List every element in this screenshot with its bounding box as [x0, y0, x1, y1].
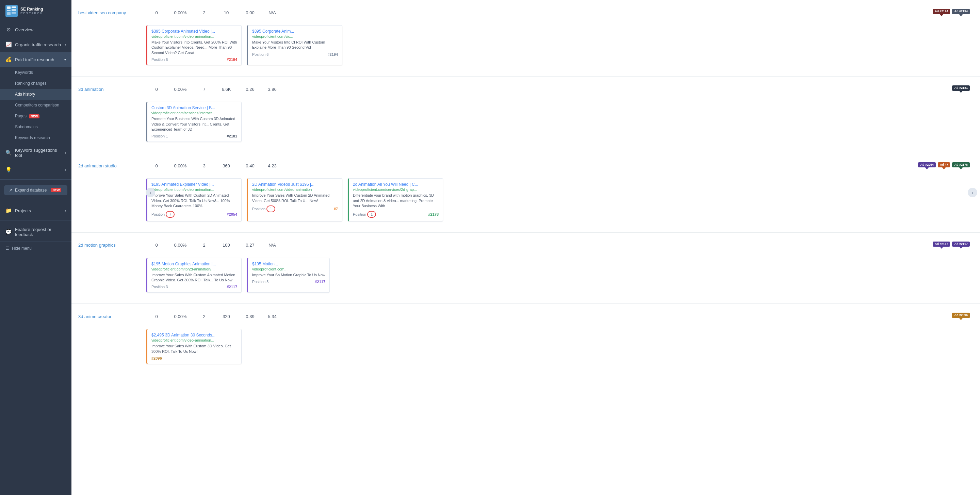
ad-badge[interactable]: Ad #2181	[952, 85, 970, 93]
col-ads: 7	[194, 87, 215, 92]
col-ctr: 0.00%	[167, 10, 194, 15]
sidebar-item-projects[interactable]: 📁 Projects ›	[0, 203, 72, 218]
ad-card-footer: Position 1#2181	[151, 134, 237, 138]
col-sv: 100	[215, 243, 238, 248]
sidebar-item-kw-suggestions[interactable]: 💡 ›	[0, 162, 72, 177]
ad-card-id: #7	[334, 207, 338, 211]
col-volume: 0	[146, 10, 167, 15]
ad-badge-arrow-icon	[959, 14, 963, 16]
col-sv: 320	[215, 314, 238, 319]
ad-card-title[interactable]: 2d Animation All You Will Need | C...	[353, 182, 439, 187]
ad-badges-area: Ad #2181	[282, 85, 973, 93]
sidebar: SE Ranking RESEARCH ⊙ Overview 📈 Organic…	[0, 0, 72, 495]
ad-badge[interactable]: Ad #2178	[952, 162, 970, 170]
chevron-right-icon: ›	[65, 168, 66, 172]
col-cpc: 0.00	[238, 10, 262, 15]
svg-rect-2	[7, 12, 11, 15]
ad-card-desc: Promote Your Business With Custom 3D Ani…	[151, 116, 237, 132]
projects-icon: 📁	[5, 207, 11, 214]
table-row: best video seo company00.00%2100.00N/AAd…	[72, 0, 980, 76]
ad-card: $2,495 3D Animation 30 Seconds...videopr…	[146, 329, 242, 364]
ad-badge-label: Ad #2194	[933, 9, 950, 14]
ad-card-url: videoproficient.com/video-animation...	[151, 188, 237, 191]
ad-card-title[interactable]: Custom 3D Animation Service | B...	[151, 105, 237, 110]
ad-badge-arrow-icon	[925, 167, 929, 169]
sidebar-sub-label: Pages	[15, 114, 27, 118]
svg-rect-0	[7, 6, 11, 9]
ad-badge-arrow-icon	[959, 318, 963, 320]
sidebar-item-feature-request[interactable]: 💬 Feature request or feedback	[0, 223, 72, 242]
ad-card-title[interactable]: $2,495 3D Animation 30 Seconds...	[151, 333, 237, 337]
ad-card-title[interactable]: 2D Animation Videos Just $195 |...	[252, 182, 338, 187]
sidebar-sub-label: Keywords research	[15, 135, 50, 140]
ad-badge[interactable]: Ad #7	[938, 162, 950, 170]
keywords-icon: 🔍	[5, 150, 11, 156]
sidebar-sub-label: Competitors comparison	[15, 103, 59, 108]
keyword-name[interactable]: 2d animation studio	[78, 163, 146, 169]
sidebar-sub-label: Keywords	[15, 70, 33, 75]
ad-card-title[interactable]: $195 Animated Explainer Video |...	[151, 182, 237, 187]
expand-label: Expand database	[15, 188, 47, 193]
nav-left-arrow[interactable]: ‹	[146, 188, 155, 197]
col-cpc: 0.27	[238, 243, 262, 248]
hide-menu-button[interactable]: ☰ Hide menu	[0, 242, 72, 255]
ad-card-position: Position 7	[151, 211, 175, 218]
ad-card-footer: Position 6#2194	[252, 53, 338, 56]
ad-card-title[interactable]: $195 Motion Graphics Animation |...	[151, 262, 237, 266]
ad-card-footer: Position 7#2054	[151, 211, 237, 218]
main-content: best video seo company00.00%2100.00N/AAd…	[72, 0, 980, 495]
sidebar-item-keywords-research[interactable]: 🔍 Keyword suggestions tool ›	[0, 143, 72, 162]
ad-card: $195 Motion...videoproficient.com...Impr…	[247, 258, 330, 293]
sidebar-sub-keywords[interactable]: Keywords	[0, 67, 72, 78]
ad-card-footer: #2096	[151, 356, 237, 360]
divider	[0, 179, 72, 180]
ad-card-id: #2054	[227, 212, 237, 216]
expand-database-button[interactable]: ↗ Expand database NEW	[4, 185, 67, 195]
ad-badge[interactable]: Ad #2117	[952, 242, 970, 249]
expand-icon: ↗	[9, 188, 12, 193]
sidebar-sub-pages[interactable]: Subdomains	[0, 121, 72, 132]
keyword-name[interactable]: best video seo company	[78, 10, 146, 15]
sidebar-sub-ads-history[interactable]: Ads history	[0, 89, 72, 100]
col-sv: 10	[215, 10, 238, 15]
keyword-name[interactable]: 3d animation	[78, 87, 146, 92]
logo-name: SE Ranking	[21, 7, 43, 11]
col-sv: 6.6K	[215, 87, 238, 92]
nav-right-arrow[interactable]: ›	[968, 188, 977, 197]
ad-badge[interactable]: Ad #2194	[952, 9, 970, 16]
keyword-header-row: 2d animation studio00.00%33600.404.23Ad …	[78, 157, 973, 174]
ad-badge[interactable]: Ad #2054	[918, 162, 936, 170]
col-cpc: 0.40	[238, 163, 262, 169]
sidebar-item-paid[interactable]: 💰 Paid traffic research ▾	[0, 52, 72, 67]
svg-rect-1	[7, 10, 11, 11]
ad-card-title[interactable]: $395 Corporate Animated Video |...	[151, 29, 237, 34]
logo-icon	[5, 5, 18, 17]
sidebar-sub-ranking-changes[interactable]: Ranking changes	[0, 78, 72, 89]
sidebar-item-overview[interactable]: ⊙ Overview	[0, 22, 72, 37]
sidebar-item-organic[interactable]: 📈 Organic traffic research ›	[0, 37, 72, 52]
svg-rect-4	[11, 9, 16, 11]
ad-badge-label: Ad #2181	[952, 85, 970, 91]
ad-card-position: Position 6	[151, 57, 168, 62]
ad-badge-label: Ad #2096	[952, 313, 970, 318]
col-ads: 2	[194, 314, 215, 319]
ad-card-url: videoproficient.com/services/interact...	[151, 111, 237, 115]
ad-badge[interactable]: Ad #2096	[952, 313, 970, 320]
chevron-right-icon: ›	[65, 43, 66, 46]
keyword-name[interactable]: 3d anime creator	[78, 314, 146, 319]
svg-rect-5	[11, 12, 16, 14]
col-volume: 0	[146, 163, 167, 169]
sidebar-sub-comp-comparison[interactable]: Pages NEW	[0, 111, 72, 121]
ad-badge[interactable]: Ad #2117	[933, 242, 950, 249]
sidebar-sub-subdomains[interactable]: Keywords research	[0, 132, 72, 143]
sidebar-item-label: Organic traffic research	[15, 42, 61, 47]
sidebar-sub-competitors[interactable]: Competitors comparison	[0, 100, 72, 111]
col-cpc: 0.26	[238, 87, 262, 92]
ad-card-position: Position 1	[151, 134, 168, 138]
ad-badge-arrow-icon	[959, 167, 963, 169]
ad-card-title[interactable]: $395 Corporate Anim...	[252, 29, 338, 34]
keyword-name[interactable]: 2d motion graphics	[78, 243, 146, 248]
ad-card-title[interactable]: $195 Motion...	[252, 262, 325, 266]
overview-icon: ⊙	[5, 27, 11, 33]
ad-badge[interactable]: Ad #2194	[933, 9, 950, 16]
